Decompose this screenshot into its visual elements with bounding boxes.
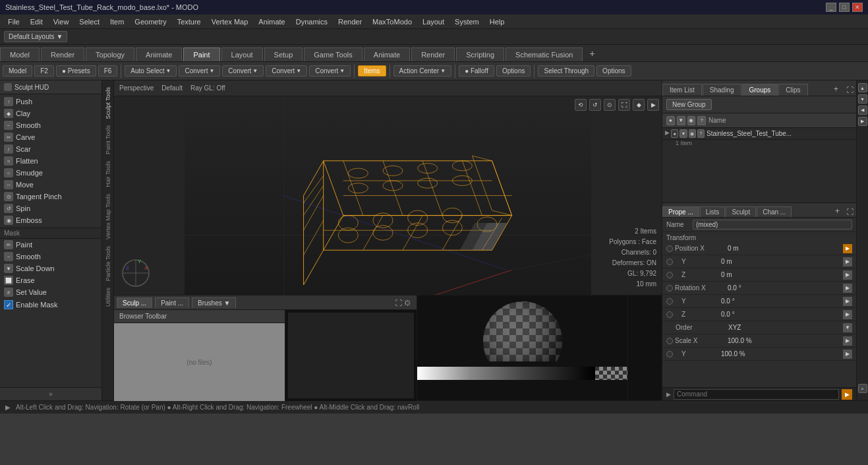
group-row-item[interactable]: ▶ ● ▼ ◉ ? Stainless_Steel_Test_Tube... bbox=[662, 128, 856, 140]
tool-erase[interactable]: ⬜ Erase bbox=[0, 274, 101, 286]
left-panel-expand-arrow[interactable]: » bbox=[0, 387, 101, 400]
menu-layout[interactable]: Layout bbox=[417, 16, 449, 27]
rt-tab-plus-button[interactable]: + bbox=[830, 82, 844, 96]
vp-zoom-button[interactable]: ⊙ bbox=[604, 99, 616, 111]
rt-tab-clips[interactable]: Clips bbox=[778, 84, 807, 96]
tab-setup[interactable]: Setup bbox=[264, 47, 303, 61]
prop-radio-py[interactable] bbox=[666, 259, 673, 265]
enable-mask-row[interactable]: ✓ Enable Mask bbox=[0, 298, 101, 311]
vp-rotate-button[interactable]: ↺ bbox=[589, 99, 601, 111]
groups-icon-lock[interactable]: ▼ bbox=[677, 116, 685, 125]
command-input[interactable] bbox=[674, 389, 839, 400]
rs-btn-2[interactable]: ▼ bbox=[858, 94, 867, 104]
convert-button-2[interactable]: Convert ▼ bbox=[222, 65, 264, 77]
menu-vertex-map[interactable]: Vertex Map bbox=[206, 16, 254, 27]
menu-maxtomodo[interactable]: MaxToModo bbox=[367, 16, 417, 27]
menu-edit[interactable]: Edit bbox=[25, 16, 48, 27]
group-info-icon[interactable]: ? bbox=[697, 129, 705, 138]
tab-render[interactable]: Render bbox=[41, 47, 84, 61]
convert-button-1[interactable]: Convert ▼ bbox=[179, 65, 220, 77]
tool-flatten[interactable]: = Flatten bbox=[0, 155, 101, 167]
tool-tangent-pinch[interactable]: ⊙ Tangent Pinch bbox=[0, 191, 101, 202]
navigation-widget[interactable]: X Y Z bbox=[119, 257, 152, 290]
tab-add-button[interactable]: + bbox=[584, 46, 600, 61]
select-through-button[interactable]: Select Through bbox=[538, 65, 594, 77]
items-button[interactable]: Items bbox=[358, 65, 386, 77]
vtab-particle-tools[interactable]: Particle Tools bbox=[103, 243, 113, 284]
f2-button[interactable]: F2 bbox=[34, 65, 54, 77]
prop-arrow-ry[interactable]: ▶ bbox=[843, 297, 852, 306]
rt-tab-item-list[interactable]: Item List bbox=[662, 84, 702, 96]
vtab-vertex-map-tools[interactable]: Vertex Map Tools bbox=[103, 191, 113, 242]
group-eye-icon[interactable]: ● bbox=[671, 129, 678, 138]
viewport-3d[interactable]: ⟲ ↺ ⊙ ⛶ ◆ ▶ 2 Items Polygons : Face Chan… bbox=[114, 96, 662, 295]
convert-button-4[interactable]: Convert ▼ bbox=[309, 65, 351, 77]
prop-radio-pz[interactable] bbox=[666, 272, 673, 278]
prop-dropdown-order[interactable]: ▼ bbox=[843, 323, 852, 332]
props-tab-sculpt[interactable]: Sculpt bbox=[726, 206, 756, 217]
f6-button[interactable]: F6 bbox=[98, 65, 118, 77]
tab-topology[interactable]: Topology bbox=[86, 47, 134, 61]
bl-tab-brushes[interactable]: Brushes ▼ bbox=[192, 297, 236, 308]
enable-mask-checkbox[interactable]: ✓ bbox=[4, 300, 13, 309]
props-tab-plus-button[interactable]: + bbox=[831, 205, 844, 217]
tool-scar[interactable]: / Scar bbox=[0, 143, 101, 155]
tab-model[interactable]: Model bbox=[0, 47, 40, 61]
prop-radio-ry[interactable] bbox=[666, 298, 673, 305]
rs-btn-3[interactable]: ◀ bbox=[858, 106, 867, 115]
prop-arrow-sy[interactable]: ▶ bbox=[843, 350, 852, 359]
prop-arrow-py[interactable]: ▶ bbox=[843, 257, 852, 266]
menu-texture[interactable]: Texture bbox=[172, 16, 206, 27]
bl-tab-sculpt[interactable]: Sculp ... bbox=[117, 297, 152, 308]
rs-btn-5[interactable]: » bbox=[858, 384, 867, 393]
prop-radio-rz[interactable] bbox=[666, 311, 673, 318]
vtab-utilities[interactable]: Utilities bbox=[103, 285, 113, 309]
menu-geometry[interactable]: Geometry bbox=[129, 16, 171, 27]
group-lock-icon[interactable]: ▼ bbox=[680, 129, 687, 138]
falloff-button[interactable]: ● Falloff bbox=[459, 65, 494, 77]
rt-tab-groups[interactable]: Groups bbox=[742, 84, 778, 96]
tab-paint[interactable]: Paint bbox=[183, 47, 219, 61]
props-tab-channels[interactable]: Chan ... bbox=[757, 206, 792, 217]
prop-radio-sx[interactable] bbox=[666, 338, 673, 344]
menu-item[interactable]: Item bbox=[105, 16, 129, 27]
rt-expand-button[interactable]: ⛶ bbox=[844, 84, 856, 96]
tool-mask-smooth[interactable]: ~ Smooth bbox=[0, 251, 101, 263]
tool-spin[interactable]: ↺ Spin bbox=[0, 202, 101, 214]
tool-move[interactable]: ↔ Move bbox=[0, 179, 101, 191]
tool-scale-down[interactable]: ▼ Scale Down bbox=[0, 263, 101, 274]
vtab-hair-tools[interactable]: Hair Tools bbox=[103, 158, 113, 190]
layout-dropdown[interactable]: Default Layouts ▼ bbox=[4, 31, 67, 42]
vtab-paint-tools[interactable]: Paint Tools bbox=[103, 123, 113, 157]
bl-expand-button[interactable]: ⛶ ⚙ bbox=[392, 297, 414, 308]
minimize-button[interactable]: _ bbox=[826, 3, 836, 12]
tab-schematic-fusion[interactable]: Schematic Fusion bbox=[506, 47, 583, 61]
prop-radio-rx[interactable] bbox=[666, 285, 673, 292]
vp-render-button[interactable]: ◆ bbox=[633, 99, 645, 111]
tool-emboss[interactable]: ◉ Emboss bbox=[0, 214, 101, 226]
tool-clay[interactable]: ◆ Clay bbox=[0, 108, 101, 119]
options-button-2[interactable]: Options bbox=[596, 65, 631, 77]
props-tab-lists[interactable]: Lists bbox=[700, 206, 726, 217]
tab-scripting[interactable]: Scripting bbox=[456, 47, 504, 61]
menu-view[interactable]: View bbox=[48, 16, 74, 27]
menu-help[interactable]: Help bbox=[484, 16, 510, 27]
tool-push[interactable]: ↑ Push bbox=[0, 96, 101, 108]
prop-arrow-rx[interactable]: ▶ bbox=[843, 284, 852, 293]
prop-arrow-sx[interactable]: ▶ bbox=[843, 336, 852, 346]
tab-render2[interactable]: Render bbox=[411, 47, 455, 61]
props-tab-properties[interactable]: Prope ... bbox=[662, 206, 699, 217]
menu-render[interactable]: Render bbox=[333, 16, 367, 27]
new-group-button[interactable]: New Group bbox=[666, 99, 712, 110]
groups-icon-render[interactable]: ◉ bbox=[687, 116, 696, 125]
prop-arrow-rz[interactable]: ▶ bbox=[843, 310, 852, 319]
name-field-input[interactable] bbox=[693, 220, 852, 230]
auto-select-button[interactable]: Auto Select ▼ bbox=[125, 65, 177, 77]
tab-layout[interactable]: Layout bbox=[221, 47, 263, 61]
bl-tab-paint[interactable]: Paint ... bbox=[155, 297, 189, 308]
tab-animate2[interactable]: Animate bbox=[364, 47, 410, 61]
menu-system[interactable]: System bbox=[449, 16, 484, 27]
rs-btn-4[interactable]: ▶ bbox=[858, 117, 867, 126]
menu-select[interactable]: Select bbox=[74, 16, 105, 27]
tab-animate[interactable]: Animate bbox=[136, 47, 182, 61]
